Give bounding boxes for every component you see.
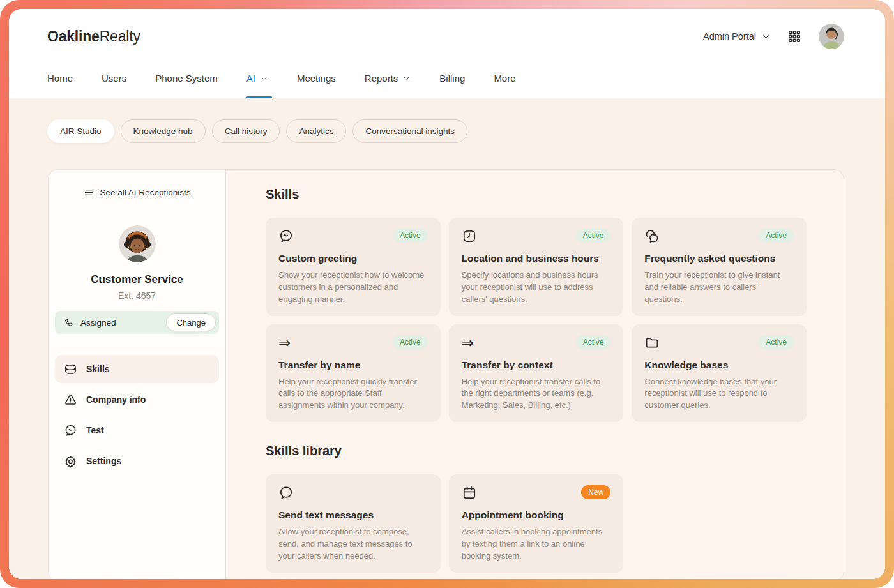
status-badge: Active <box>576 229 611 243</box>
transfer-icon: ⇒ <box>462 335 474 351</box>
nav-item-phone-system[interactable]: Phone System <box>155 57 218 98</box>
card-description: Help your receptionist transfer calls to… <box>462 376 611 412</box>
settings-icon <box>64 455 77 468</box>
card-description: Show your receptionist how to welcome cu… <box>278 269 428 306</box>
skill-card-knowledge-bases[interactable]: ActiveKnowledge basesConnect knowledge b… <box>632 324 807 423</box>
receptionist-avatar <box>119 225 156 262</box>
sidebar-item-company-info[interactable]: Company info <box>55 386 219 414</box>
skill-card-custom-greeting[interactable]: ActiveCustom greetingShow your reception… <box>266 218 441 316</box>
portal-label: Admin Portal <box>703 31 756 41</box>
sidebar-item-settings[interactable]: Settings <box>55 447 219 475</box>
transfer-icon: ⇒ <box>278 335 291 351</box>
receptionist-extension: Ext. 4657 <box>55 290 219 301</box>
main-nav: HomeUsersPhone SystemAIMeetingsReportsBi… <box>9 57 885 98</box>
change-assignment-button[interactable]: Change <box>166 313 216 331</box>
card-header: Active <box>462 229 611 246</box>
skills-library-grid: Send text messagesAllow your receptionis… <box>266 474 807 573</box>
sidebar-menu: SkillsCompany infoTestSettings <box>55 355 219 475</box>
see-all-label: See all AI Receptionists <box>100 188 191 197</box>
sidebar-item-label: Settings <box>86 456 121 466</box>
card-description: Train your receptionist to give instant … <box>644 269 794 306</box>
status-badge: Active <box>759 229 794 243</box>
nav-item-users[interactable]: Users <box>102 57 126 98</box>
nav-item-more[interactable]: More <box>494 57 515 98</box>
sidebar-item-label: Skills <box>86 364 110 374</box>
skills-main: Skills ActiveCustom greetingShow your re… <box>226 170 844 579</box>
top-bar-right: Admin Portal <box>703 24 844 49</box>
sidebar-item-test[interactable]: Test <box>55 416 219 444</box>
card-title: Transfer by name <box>278 359 428 371</box>
nav-item-home[interactable]: Home <box>47 57 73 98</box>
card-header: ⇒Active <box>462 335 611 352</box>
portal-switcher[interactable]: Admin Portal <box>703 31 770 41</box>
nav-item-reports[interactable]: Reports <box>365 57 411 98</box>
skill-card-appointment-booking[interactable]: NewAppointment bookingAssist callers in … <box>449 474 624 573</box>
transfer-icon: ⇒ <box>278 335 291 351</box>
sidebar-item-skills[interactable]: Skills <box>55 355 219 383</box>
status-badge: New <box>581 485 610 499</box>
card-title: Frequently asked questions <box>644 253 794 264</box>
assigned-status-label: Assigned <box>80 318 116 328</box>
nav-item-billing[interactable]: Billing <box>439 57 465 98</box>
pill-air-studio[interactable]: AIR Studio <box>47 119 114 143</box>
brand-logo-regular: Realty <box>100 28 140 45</box>
card-description: Allow your receptionist to compose, send… <box>278 526 428 562</box>
apps-grid-icon[interactable] <box>787 29 801 43</box>
receptionist-name: Customer Service <box>55 273 219 286</box>
skill-card-send-text-messages[interactable]: Send text messagesAllow your receptionis… <box>266 474 441 573</box>
card-header: Active <box>644 229 794 246</box>
card-description: Help your receptionist quickly transfer … <box>278 376 428 412</box>
card-title: Transfer by context <box>462 359 611 371</box>
card-header <box>278 485 428 502</box>
card-title: Send text messages <box>278 509 428 521</box>
skills-title: Skills <box>266 187 807 202</box>
pill-knowledge-hub[interactable]: Knowledge hub <box>121 119 206 143</box>
hamburger-icon <box>84 187 95 198</box>
chevron-down-icon <box>260 74 268 82</box>
skills-library-title: Skills library <box>266 444 807 458</box>
nav-item-label: Home <box>47 73 73 84</box>
nav-item-ai[interactable]: AI <box>246 57 268 98</box>
status-badge: Active <box>759 335 794 349</box>
status-badge: Active <box>393 229 428 243</box>
assigned-status-bar: Assigned Change <box>55 311 219 334</box>
phone-icon <box>64 317 74 328</box>
card-header: Active <box>278 229 428 246</box>
card-header: Active <box>644 335 794 352</box>
card-description: Connect knowledge bases that your recept… <box>644 376 794 412</box>
app-window: OaklineRealty Admin Portal <box>9 9 885 579</box>
skill-card-transfer-by-context[interactable]: ⇒ActiveTransfer by contextHelp your rece… <box>449 324 624 423</box>
sidebar-item-label: Company info <box>86 395 146 405</box>
nav-item-label: Reports <box>365 73 398 84</box>
skills-icon <box>64 363 77 376</box>
receptionist-avatar-image <box>119 225 156 262</box>
card-title: Custom greeting <box>278 253 428 264</box>
pill-conversational-insights[interactable]: Conversational insights <box>352 119 467 143</box>
transfer-icon: ⇒ <box>462 335 474 351</box>
card-title: Appointment booking <box>462 509 611 521</box>
nav-item-label: Phone System <box>155 73 218 84</box>
subnav-pills: AIR StudioKnowledge hubCall historyAnaly… <box>47 119 885 143</box>
card-title: Location and business hours <box>462 253 611 264</box>
status-badge: Active <box>576 335 611 349</box>
user-avatar[interactable] <box>819 24 844 49</box>
skill-card-transfer-by-name[interactable]: ⇒ActiveTransfer by nameHelp your recepti… <box>266 324 441 423</box>
receptionist-sidebar: See all AI Receptionists <box>49 170 226 579</box>
nav-item-label: Users <box>102 73 126 84</box>
card-header: New <box>462 485 611 502</box>
user-avatar-image <box>819 24 844 49</box>
skill-card-location-and-business-hours[interactable]: ActiveLocation and business hoursSpecify… <box>449 218 624 316</box>
chat-icon <box>278 485 294 501</box>
status-badge: Active <box>393 335 428 349</box>
nav-item-meetings[interactable]: Meetings <box>297 57 336 98</box>
nav-item-label: Billing <box>439 73 465 84</box>
pill-analytics[interactable]: Analytics <box>286 119 346 143</box>
skills-grid: ActiveCustom greetingShow your reception… <box>266 218 807 422</box>
brand-logo: OaklineRealty <box>47 28 140 45</box>
receptionist-panel: See all AI Receptionists <box>48 169 844 579</box>
pill-call-history[interactable]: Call history <box>212 119 280 143</box>
see-all-receptionists-button[interactable]: See all AI Receptionists <box>84 187 191 198</box>
top-bar: OaklineRealty Admin Portal <box>9 9 885 57</box>
skill-card-frequently-asked-questions[interactable]: ActiveFrequently asked questionsTrain yo… <box>632 218 807 316</box>
test-icon <box>64 424 77 437</box>
